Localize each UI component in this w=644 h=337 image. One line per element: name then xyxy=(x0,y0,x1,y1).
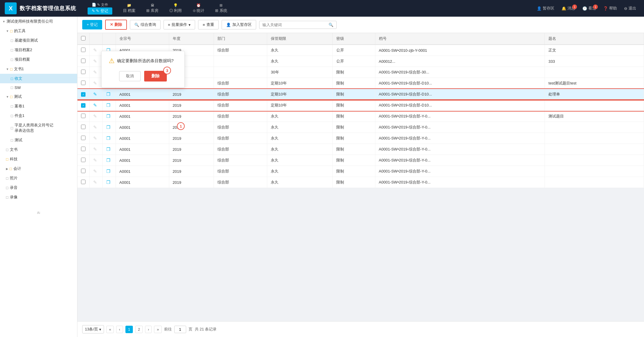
search-button[interactable]: 🔍 综合查询 xyxy=(130,20,161,29)
row-checkbox[interactable] xyxy=(81,70,85,74)
delete-button[interactable]: ✕ 删除 xyxy=(105,20,127,30)
edit-button[interactable]: ✎ xyxy=(93,70,97,75)
sidebar-company[interactable]: ▼ 测试使用科技有限责任公司 xyxy=(0,17,77,26)
sidebar-label: SW xyxy=(15,85,21,90)
secret-cell: 限制 xyxy=(332,166,375,177)
dept-cell: 综合部 xyxy=(214,166,267,177)
archive-no-cell: A0001-SW•2019-综合部-Y-0... xyxy=(375,144,545,155)
sidebar-item-project-archive2[interactable]: □ 项目档案2 xyxy=(0,45,77,55)
edit-button[interactable]: ✎ xyxy=(93,92,97,97)
edit-button[interactable]: ✎ xyxy=(93,136,97,141)
nav-tab-register[interactable]: ✎ ✎ 登记 xyxy=(88,7,112,15)
nav-item-system[interactable]: ⊞ ⊞ 系统 xyxy=(210,0,233,17)
edit-button[interactable]: ✎ xyxy=(93,81,97,86)
goto-page-input[interactable] xyxy=(174,326,186,333)
edit-cell: ✎ xyxy=(89,177,102,188)
file-icon: □ xyxy=(11,114,13,118)
sidebar-item-box1[interactable]: □ 件盒1 xyxy=(0,111,77,120)
checked-checkbox[interactable]: ✓ xyxy=(81,103,85,108)
sidebar-item-case1[interactable]: □ 案卷1 xyxy=(0,101,77,111)
edit-button[interactable]: ✎ xyxy=(93,158,97,163)
row-checkbox[interactable] xyxy=(81,180,85,184)
nav-messages[interactable]: 🔔 消息 1 xyxy=(559,4,578,12)
row-checkbox[interactable] xyxy=(81,136,85,140)
row-checkbox[interactable] xyxy=(81,59,85,63)
edit-button[interactable]: ✎ xyxy=(93,103,97,108)
copy-button[interactable]: ❐ xyxy=(106,114,110,119)
checked-checkbox[interactable]: ✓ xyxy=(81,92,85,97)
file-icon: □ xyxy=(6,148,8,152)
edit-button[interactable]: ✎ xyxy=(93,180,97,185)
edit-button[interactable]: ✎ xyxy=(93,48,97,53)
popup-warning-row: ⚠ 确定要删除所选的条目数据吗? xyxy=(109,57,177,65)
sidebar-item-photo[interactable]: □ 照片 xyxy=(0,173,77,183)
edit-button[interactable]: ✎ xyxy=(93,147,97,152)
page-2-button[interactable]: 2 xyxy=(135,326,143,333)
last-page-button[interactable]: » xyxy=(154,326,161,333)
row-checkbox[interactable] xyxy=(81,48,85,52)
sidebar-item-book1[interactable]: ▼ □ 文书1 xyxy=(0,64,77,74)
row-checkbox[interactable] xyxy=(81,125,85,129)
row-checkbox[interactable] xyxy=(81,147,85,151)
nav-item-use[interactable]: 💡 ◎ 利用 xyxy=(164,0,187,17)
sidebar-item-chars[interactable]: □ 字是人类用表义符号记录表达信息 xyxy=(0,120,77,135)
sidebar-item-tools[interactable]: ▼ □ 的工具 xyxy=(0,26,77,36)
add-temp-button[interactable]: 👤 加入暂存区 xyxy=(222,20,256,29)
sidebar-item-sw[interactable]: □ SW xyxy=(0,83,77,92)
copy-button[interactable]: ❐ xyxy=(106,136,110,141)
cancel-button[interactable]: 取消 xyxy=(119,71,141,81)
copy-button[interactable]: ❐ xyxy=(106,92,110,97)
row-checkbox[interactable] xyxy=(81,158,85,162)
add-button[interactable]: + 登记 xyxy=(82,20,102,29)
nav-tab-file-register[interactable]: 📄 ✎ 文件 ✎ ✎ 登记 xyxy=(82,0,118,17)
sidebar-item-audio[interactable]: □ 录音 xyxy=(0,183,77,192)
edit-button[interactable]: ✎ xyxy=(93,169,97,174)
title-cell: 处理单 xyxy=(545,89,644,100)
sidebar-item-project-test[interactable]: □ 基建项目测试 xyxy=(0,36,77,45)
batch-button[interactable]: ≡ 批量操作 ▾ xyxy=(164,20,195,29)
row-checkbox[interactable] xyxy=(81,169,85,173)
sidebar-item-keji[interactable]: □ 科技 xyxy=(0,154,77,164)
sidebar-item-test-folder[interactable]: ▼ □ 测试 xyxy=(0,92,77,101)
edit-button[interactable]: ✎ xyxy=(93,59,97,64)
prev-page-button[interactable]: ‹ xyxy=(116,326,123,333)
dedup-button[interactable]: ≡ 查重 xyxy=(198,20,219,29)
row-checkbox[interactable] xyxy=(81,81,85,85)
nav-item-vault[interactable]: 🏛 ⊞ 库房 xyxy=(141,0,164,17)
nav-item-archives[interactable]: 📁 目 档案 xyxy=(118,0,141,17)
next-page-button[interactable]: › xyxy=(145,326,152,333)
nav-history[interactable]: 🕐 看过 1 xyxy=(579,4,599,12)
nav-right: 👤 暂存区 🔔 消息 1 🕐 看过 1 ❓ 帮助 ⊖ 退出 xyxy=(534,4,639,12)
page-size-selector[interactable]: 13条/页 ▾ xyxy=(82,325,104,333)
select-all-checkbox[interactable] xyxy=(81,36,85,40)
row-checkbox-cell: ✓ xyxy=(77,89,89,100)
sidebar-item-kuaiji[interactable]: ▶ □ 会计 xyxy=(0,164,77,173)
sidebar-item-video[interactable]: □ 录像 xyxy=(0,192,77,202)
nav-item-stats[interactable]: ⏰ ⊙ 统计 xyxy=(187,0,210,17)
copy-button[interactable]: ❐ xyxy=(106,158,110,163)
copy-button[interactable]: ❐ xyxy=(106,180,110,185)
nav-logout[interactable]: ⊖ 退出 xyxy=(621,4,639,12)
copy-button[interactable]: ❐ xyxy=(106,147,110,152)
nav-temp-save[interactable]: 👤 暂存区 xyxy=(534,4,557,12)
edit-button[interactable]: ✎ xyxy=(93,114,97,119)
copy-button[interactable]: ❐ xyxy=(106,169,110,174)
sidebar-item-project-archive[interactable]: □ 项目档案 xyxy=(0,55,77,64)
copy-button[interactable]: ❐ xyxy=(106,125,110,130)
page-1-button[interactable]: 1 xyxy=(125,326,133,333)
sidebar-item-shouxin[interactable]: □ 收文 xyxy=(0,74,77,83)
sidebar-item-test-item[interactable]: □ 测试 xyxy=(0,135,77,145)
sidebar-label: 字是人类用表义符号记录表达信息 xyxy=(15,123,56,133)
copy-button[interactable]: ❐ xyxy=(106,103,110,108)
keyword-search-input[interactable] xyxy=(262,23,329,27)
archives-icon: 📁 xyxy=(127,3,131,7)
sidebar-item-wenshu[interactable]: □ 文书 xyxy=(0,145,77,154)
nav-help[interactable]: ❓ 帮助 xyxy=(600,4,620,12)
title-cell xyxy=(545,166,644,177)
first-page-button[interactable]: « xyxy=(106,326,114,333)
edit-button[interactable]: ✎ xyxy=(93,125,97,130)
confirm-delete-button[interactable]: 删除 3 xyxy=(144,71,167,81)
row-checkbox[interactable] xyxy=(81,114,85,118)
retention-cell: 永久 xyxy=(267,177,333,188)
keyword-search-box[interactable]: 🔍 xyxy=(259,21,337,29)
